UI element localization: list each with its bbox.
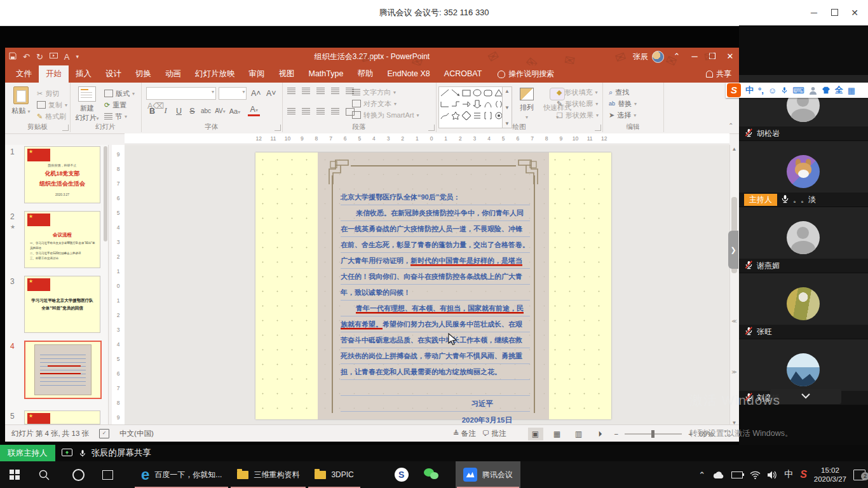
thumbnail-scrollbar[interactable]	[104, 146, 107, 241]
participant-tile[interactable]: 张旺	[739, 273, 868, 340]
select-button[interactable]: ➤选择▾	[609, 109, 637, 121]
shape-icon[interactable]	[451, 88, 460, 100]
slide-thumbnail-4[interactable]	[24, 341, 102, 399]
ime-keyboard-icon[interactable]: ⌨	[792, 86, 804, 95]
font-color-button[interactable]: A▾	[248, 105, 260, 116]
tab-开始[interactable]: 开始	[39, 65, 69, 83]
shape-icon[interactable]	[484, 111, 492, 123]
slide-thumbnail-panel[interactable]: 1防疫疫情，科研不止化机18党支部组织生活会生活会2020.3.272★会议流程…	[5, 145, 109, 424]
shape-effects-button[interactable]: ❑形状效果▾	[557, 109, 601, 121]
redo-icon[interactable]: ↻	[36, 52, 43, 62]
shape-outline-button[interactable]: ✎形状轮廓▾	[557, 98, 601, 109]
shape-icon[interactable]	[462, 88, 471, 100]
slideshow-icon[interactable]: ⏵	[593, 428, 608, 440]
horizontal-ruler[interactable]: 1211109876543210123456789101112	[125, 133, 729, 144]
justify-icon[interactable]	[331, 108, 339, 114]
tell-me-search[interactable]: 操作说明搜索	[498, 65, 554, 83]
text-shadow-button[interactable]: abc	[200, 107, 212, 114]
ime-chinese-mode-icon[interactable]: 中	[745, 85, 754, 96]
shape-icon[interactable]	[484, 88, 492, 100]
taskbar-item-三维重构资料[interactable]: 三维重构资料	[229, 461, 307, 488]
taskbar-clock[interactable]: 15:02 2020/3/27	[814, 466, 846, 484]
drawing-dialog-launcher[interactable]	[595, 125, 601, 131]
smartart-button[interactable]: 转换为 SmartArt▾	[352, 109, 419, 121]
shape-icon[interactable]	[473, 111, 482, 123]
layout-button[interactable]: 版式▾	[104, 88, 135, 99]
letter-image[interactable]: 北京大学援鄂医疗队全体“90后”党员：来信收悉。在新冠肺炎疫情防控斗争中，你们青…	[318, 152, 549, 419]
shape-icon[interactable]	[440, 100, 449, 111]
ime-voice-icon[interactable]	[781, 86, 788, 95]
touch-mode-icon[interactable]: A	[64, 52, 70, 62]
spellcheck-icon[interactable]: ✓	[99, 429, 109, 438]
save-icon[interactable]	[9, 52, 17, 62]
shrink-font-button[interactable]: A˅	[265, 89, 278, 98]
clipboard-dialog-launcher[interactable]	[62, 125, 69, 131]
ime-skin-icon[interactable]	[822, 86, 831, 94]
slide-editing-area[interactable]: 北京大学援鄂医疗队全体“90后”党员：来信收悉。在新冠肺炎疫情防控斗争中，你们青…	[125, 145, 729, 424]
font-name-combobox[interactable]	[146, 87, 216, 100]
volume-icon[interactable]	[768, 471, 777, 479]
taskbar-item-百度一下，你就知...[interactable]: e百度一下，你就知...	[133, 461, 229, 488]
account-area[interactable]: 张辰	[633, 48, 664, 65]
cut-button[interactable]: ✂剪切	[37, 88, 67, 99]
shape-icon[interactable]	[484, 100, 492, 111]
slide-thumbnail-5[interactable]	[24, 410, 100, 424]
tab-视图[interactable]: 视图	[272, 65, 302, 83]
share-button[interactable]: 共享	[706, 65, 731, 83]
tab-幻灯片放映[interactable]: 幻灯片放映	[188, 65, 242, 83]
align-text-button[interactable]: 对齐文本▾	[352, 98, 419, 109]
participant-tile[interactable]: 主持人。。淡	[739, 141, 868, 208]
ppt-close-button[interactable]: ✕	[721, 48, 739, 65]
action-center-icon[interactable]: 2	[853, 470, 865, 480]
align-left-icon[interactable]	[287, 108, 295, 114]
comments-button[interactable]: 🗩 批注	[482, 429, 506, 438]
bold-button[interactable]: B	[146, 107, 158, 116]
ppt-minimize-button[interactable]: ─	[686, 48, 703, 65]
video-list-collapse-button[interactable]	[770, 389, 841, 404]
text-direction-button[interactable]: 文字方向▾	[352, 86, 419, 98]
reading-view-icon[interactable]: ▥	[571, 428, 587, 440]
tab-EndNote X8[interactable]: EndNote X8	[380, 65, 437, 83]
ime-person-icon[interactable]	[809, 86, 817, 95]
sogou-tray-icon[interactable]: S	[800, 469, 807, 480]
bullets-icon[interactable]	[287, 88, 295, 94]
shape-icon[interactable]	[451, 100, 460, 111]
shape-icon[interactable]	[462, 100, 471, 111]
font-dialog-launcher[interactable]	[275, 125, 281, 131]
tab-动画[interactable]: 动画	[158, 65, 188, 83]
slide-thumbnail-1[interactable]: 防疫疫情，科研不止化机18党支部组织生活会生活会2020.3.27	[24, 146, 100, 203]
underline-button[interactable]: U	[173, 107, 185, 116]
slide-thumbnail-2[interactable]: 会议流程一、学习习近平给北京大学援鄂医疗队全体“90后”党员的回信二、学习习近平…	[24, 211, 100, 268]
next-slide-icon[interactable]: ≫	[731, 369, 736, 375]
battery-icon[interactable]	[731, 471, 743, 478]
shape-icon[interactable]	[462, 111, 471, 123]
language-indicator[interactable]: 中文(中国)	[119, 429, 154, 438]
minimize-button[interactable]: ─	[804, 0, 824, 25]
paragraph-dialog-launcher[interactable]	[428, 125, 435, 131]
tab-帮助[interactable]: 帮助	[350, 65, 380, 83]
start-slideshow-icon[interactable]	[50, 52, 58, 62]
ime-toolbox-icon[interactable]: ▦	[848, 86, 855, 95]
vertical-ruler[interactable]: 9876543210123456789	[112, 145, 125, 424]
copy-button[interactable]: 复制▾	[37, 99, 67, 111]
notes-button[interactable]: ≜ 备注	[453, 429, 476, 438]
close-button[interactable]: ✕	[845, 0, 864, 25]
ime-emoji-icon[interactable]: ☺	[768, 86, 776, 95]
normal-view-icon[interactable]: ▣	[528, 428, 543, 440]
search-button[interactable]	[29, 461, 58, 488]
taskbar-item-3DPIC[interactable]: 3DPIC	[307, 461, 361, 488]
cortana-button[interactable]	[64, 461, 93, 488]
slide-canvas[interactable]: 北京大学援鄂医疗队全体“90后”党员：来信收悉。在新冠肺炎疫情防控斗争中，你们青…	[255, 152, 611, 419]
tab-文件[interactable]: 文件	[9, 65, 39, 83]
change-case-button[interactable]: Aa▾	[228, 107, 241, 115]
section-button[interactable]: 节▾	[104, 111, 135, 122]
ime-mode-indicator[interactable]: 中	[784, 469, 793, 480]
wifi-icon[interactable]	[750, 471, 761, 479]
maximize-button[interactable]	[825, 0, 844, 25]
editing-scrollbar[interactable]: ▲ ≪ ≫ ▼	[729, 145, 738, 427]
new-slide-button[interactable]: 新建 幻灯片▾	[72, 85, 102, 123]
reset-button[interactable]: ⟳重置	[104, 99, 135, 111]
onedrive-cloud-icon[interactable]	[712, 471, 724, 479]
increase-indent-icon[interactable]	[331, 88, 339, 94]
slide-thumbnail-3[interactable]: 学习习近平给北京大学援鄂医疗队全体“90后”党员的回信	[24, 276, 100, 333]
